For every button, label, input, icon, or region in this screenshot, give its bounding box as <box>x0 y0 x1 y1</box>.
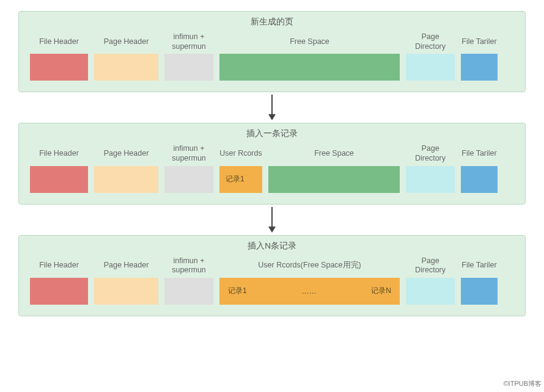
bar-page-header <box>94 278 158 305</box>
bar-file-trailer <box>461 54 498 81</box>
bar-infimun <box>164 166 213 193</box>
bar-file-header <box>30 278 88 305</box>
bar-page-header <box>94 54 158 81</box>
bars-row <box>30 54 514 81</box>
bar-free-space <box>219 54 400 81</box>
arrow-2 <box>18 205 526 235</box>
bar-page-directory <box>406 54 455 81</box>
panel-title: 新生成的页 <box>30 16 514 27</box>
panel-title: 插入N条记录 <box>30 241 514 252</box>
bar-infimun <box>164 54 213 81</box>
bars-row: 记录1 …… 记录N <box>30 278 514 305</box>
bar-infimun <box>164 278 213 305</box>
label-file-trailer: File Tariler <box>461 143 498 165</box>
arrow-1 <box>18 92 526 123</box>
label-file-header: File Header <box>30 31 88 54</box>
label-page-header: Page Header <box>94 31 158 54</box>
bar-file-trailer <box>461 278 498 305</box>
bar-user-records: 记录1 <box>219 166 262 193</box>
record-label: 记录1 <box>219 166 262 193</box>
record-label-n: 记录N <box>371 286 391 296</box>
record-ellipsis: …… <box>302 287 317 296</box>
label-user-records: User Rcords <box>219 143 262 165</box>
label-infimun: infimun + supermun <box>164 143 213 165</box>
label-file-trailer: File Tariler <box>461 255 498 278</box>
bar-page-directory <box>406 166 455 193</box>
svg-marker-1 <box>268 114 276 120</box>
bar-user-records: 记录1 …… 记录N <box>219 278 400 305</box>
panel-insert-one: 插入一条记录 File Header Page Header infimun +… <box>18 123 526 204</box>
bars-row: 记录1 <box>30 166 514 193</box>
bar-file-trailer <box>461 166 498 193</box>
svg-marker-3 <box>268 227 276 233</box>
label-file-header: File Header <box>30 143 88 165</box>
labels-row: File Header Page Header infimun + superm… <box>30 31 514 54</box>
label-page-directory: Page Directory <box>406 143 455 165</box>
label-file-trailer: File Tariler <box>461 31 498 54</box>
bar-page-header <box>94 166 158 193</box>
label-free-space: Free Space <box>268 143 400 165</box>
bar-free-space <box>268 166 400 193</box>
label-page-directory: Page Directory <box>406 31 455 54</box>
bar-file-header <box>30 166 88 193</box>
panel-insert-n: 插入N条记录 File Header Page Header infimun +… <box>18 235 526 316</box>
bar-file-header <box>30 54 88 81</box>
record-label-1: 记录1 <box>228 286 247 296</box>
panel-new-page: 新生成的页 File Header Page Header infimun + … <box>18 11 526 92</box>
arrow-down-icon <box>266 206 278 234</box>
panel-title: 插入一条记录 <box>30 128 514 139</box>
label-page-header: Page Header <box>94 255 158 278</box>
label-user-records-full: User Rcords(Free Space用完) <box>219 255 400 278</box>
label-file-header: File Header <box>30 255 88 278</box>
label-page-directory: Page Directory <box>406 255 455 278</box>
label-infimun: infimun + supermun <box>164 255 213 278</box>
bar-page-directory <box>406 278 455 305</box>
label-page-header: Page Header <box>94 143 158 165</box>
labels-row: File Header Page Header infimun + superm… <box>30 255 514 278</box>
labels-row: File Header Page Header infimun + superm… <box>30 143 514 165</box>
label-infimun: infimun + supermun <box>164 31 213 54</box>
label-free-space: Free Space <box>219 31 400 54</box>
arrow-down-icon <box>266 93 278 122</box>
watermark: ©ITPUB博客 <box>504 379 542 388</box>
